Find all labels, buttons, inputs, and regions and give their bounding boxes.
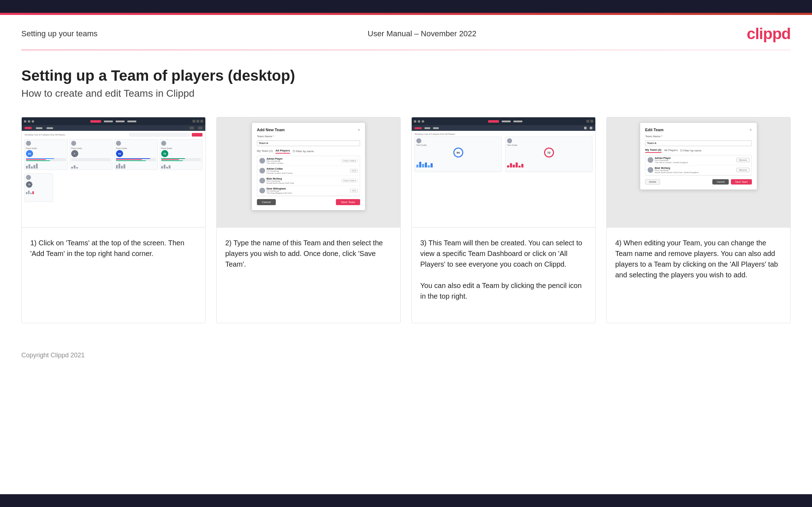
logo: clippd <box>747 25 791 43</box>
card-2-text: 2) Type the name of this Team and then s… <box>217 228 400 323</box>
modal-cancel-button[interactable]: Cancel <box>257 199 276 205</box>
modal-title: Add New Team <box>257 128 285 132</box>
footer: Copyright Clippd 2021 <box>0 352 812 366</box>
modal-player-info: Blair McHarg Plus HandicapRoyal North De… <box>259 177 294 184</box>
modal-player-item: Adrian Coliba 1.5 HandicapCentral London… <box>257 166 360 176</box>
player-avatar <box>259 158 265 164</box>
player-sub: Plus HandicapRoyal North Devon Golf Club <box>267 180 294 184</box>
sc1-player-2: Player Quality 0 <box>70 139 113 170</box>
player-remove-button[interactable]: Remove <box>737 158 749 162</box>
bottom-bar <box>0 494 812 507</box>
edit-tab-filter[interactable]: Filter by name <box>680 149 701 152</box>
modal-save-button[interactable]: Save Team <box>336 199 360 205</box>
player-avatar <box>648 157 653 163</box>
player-add-button[interactable]: Add <box>350 169 358 172</box>
player-name: Blair McHarg <box>655 167 698 169</box>
sc1-player-1: Player Quality 84 <box>25 139 68 170</box>
header: Setting up your teams User Manual – Nove… <box>0 15 812 50</box>
sc1-player-4: Player Quality 78 <box>160 139 203 170</box>
edit-tab-allplayers[interactable]: All Players <box>664 149 678 153</box>
card-4: Edit Team × Team Name * My Team (2) All … <box>606 117 791 323</box>
delete-team-button[interactable]: Delete <box>645 179 660 185</box>
player-remove-button[interactable]: Remove <box>737 168 749 172</box>
modal-player-info: Dave Billingham 3.6 HandicapThe Dog Magi… <box>259 187 292 194</box>
sc3-player-2: Team Quality 72 <box>505 137 592 172</box>
edit-tab-myteam[interactable]: My Team (2) <box>645 148 661 153</box>
player-name: Dave Billingham <box>267 187 292 190</box>
edit-cancel-button[interactable]: Cancel <box>712 179 729 185</box>
card-2: Add New Team × Team Name * My Team (2) A… <box>216 117 401 323</box>
player-sub: Plus HandicapThe Shire London <box>267 160 284 164</box>
header-left: Setting up your teams <box>21 29 97 38</box>
card-1: Showing 4 out of 4 players from All Play… <box>21 117 206 323</box>
card-1-text: 1) Click on 'Teams' at the top of the sc… <box>22 228 205 323</box>
edit-team-modal: Edit Team × Team Name * My Team (2) All … <box>640 122 757 190</box>
sc3-nav <box>412 125 595 131</box>
sc1-dot-1 <box>24 120 26 123</box>
edit-player-2: Blair McHarg Plus HandicapRoyal North De… <box>645 165 752 175</box>
modal-team-name-label: Team Name * <box>257 135 360 138</box>
card-3-text: 3) This Team will then be created. You c… <box>412 228 595 323</box>
modal-tab-allplayers[interactable]: All Players <box>275 149 290 154</box>
sc3-score-2: 72 <box>544 148 554 158</box>
sc1-topbar <box>22 117 205 125</box>
modal-team-name-input[interactable] <box>257 140 360 146</box>
copyright-text: Copyright Clippd 2021 <box>21 352 85 359</box>
modal-player-list: Adrian Player Plus HandicapThe Shire Lon… <box>257 156 360 196</box>
sc1-player-3: Player Quality 94 <box>115 139 158 170</box>
sc3-topbar <box>412 117 595 125</box>
screenshot-3: Showing 4 out of 4 players from All Play… <box>412 117 595 228</box>
edit-player-info-1: Adrian Player Plus HandicapThe Shire Lon… <box>648 157 688 164</box>
modal-tabs: My Team (2) All Players Filter by name <box>257 149 360 154</box>
edit-save-button[interactable]: Save Team <box>731 179 752 185</box>
player-avatar <box>259 168 265 174</box>
modal-tab-myteam[interactable]: My Team (2) <box>257 149 273 153</box>
screenshot-4: Edit Team × Team Name * My Team (2) All … <box>607 117 790 228</box>
sc3-bars-1 <box>416 159 500 167</box>
header-center: User Manual – November 2022 <box>368 29 476 38</box>
edit-player-list: Adrian Player Plus HandicapThe Shire Lon… <box>645 155 752 176</box>
edit-team-name-input[interactable] <box>645 140 752 146</box>
player-avatar <box>648 167 653 173</box>
modal-player-item: Blair McHarg Plus HandicapRoyal North De… <box>257 176 360 186</box>
player-name: Adrian Player <box>267 158 284 160</box>
modal-player-item: Dave Billingham 3.6 HandicapThe Dog Magi… <box>257 186 360 196</box>
player-name: Blair McHarg <box>267 177 294 180</box>
top-bar <box>0 0 812 13</box>
cards-row: Showing 4 out of 4 players from All Play… <box>21 117 791 323</box>
player-name: Adrian Coliba <box>267 167 292 170</box>
player-sub: Plus HandicapThe Shire London, United Ki… <box>655 159 688 164</box>
player-avatar <box>259 188 265 193</box>
page-title: Setting up a Team of players (desktop) <box>21 67 791 84</box>
card-4-text: 4) When editing your Team, you can chang… <box>607 228 790 323</box>
edit-player-info-2: Blair McHarg Plus HandicapRoyal North De… <box>648 167 698 174</box>
modal-footer: Cancel Save Team <box>257 199 360 205</box>
edit-team-name-label: Team Name * <box>645 135 752 138</box>
modal-tab-filtername[interactable]: Filter by name <box>293 150 314 153</box>
player-sub: Plus HandicapRoyal North Devon Golf Club… <box>655 169 698 174</box>
player-avatar <box>259 178 265 183</box>
edit-modal-tabs: My Team (2) All Players Filter by name <box>645 148 752 153</box>
player-sub: 1.5 HandicapCentral London Golf Centre <box>267 170 292 174</box>
player-name: Adrian Player <box>655 157 688 159</box>
modal-close-icon[interactable]: × <box>358 128 360 132</box>
modal-player-item: Adrian Player Plus HandicapThe Shire Lon… <box>257 156 360 166</box>
sc1-content: Showing 4 out of 4 players from All Play… <box>22 131 205 204</box>
page-subtitle: How to create and edit Teams in Clippd <box>21 88 791 99</box>
sc3-content: Showing 4 out of 4 players from All Play… <box>412 131 595 174</box>
main-content: Setting up a Team of players (desktop) H… <box>0 50 812 352</box>
player-added-badge: Player Added <box>341 179 358 182</box>
edit-modal-close-icon[interactable]: × <box>750 128 752 132</box>
sc1-player-5: 72 <box>25 174 53 202</box>
sc1-nav <box>22 125 205 131</box>
sc1-dot-2 <box>28 120 30 123</box>
card-3: Showing 4 out of 4 players from All Play… <box>411 117 596 323</box>
edit-player-1: Adrian Player Plus HandicapThe Shire Lon… <box>645 155 752 165</box>
player-add-button[interactable]: Add <box>350 189 358 192</box>
sc3-players: Team Quality 94 <box>415 137 592 172</box>
player-added-badge: Player Added <box>341 159 358 162</box>
screenshot-2: Add New Team × Team Name * My Team (2) A… <box>217 117 400 228</box>
sc3-score-1: 94 <box>453 148 463 158</box>
screenshot-1: Showing 4 out of 4 players from All Play… <box>22 117 205 228</box>
sc3-player-1: Team Quality 94 <box>415 137 502 172</box>
